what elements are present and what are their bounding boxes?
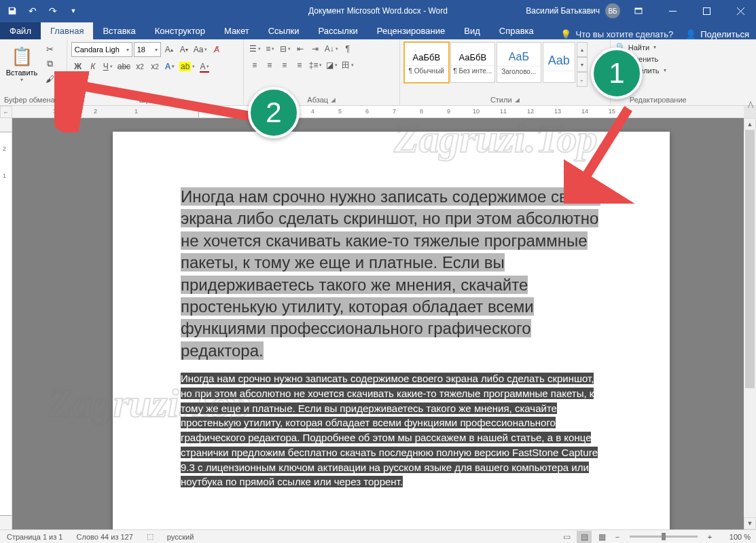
- styles-launcher[interactable]: ◢: [515, 96, 520, 103]
- svg-rect-3: [703, 7, 710, 14]
- tab-help[interactable]: Справка: [490, 22, 543, 39]
- qat-customize-button[interactable]: ▼: [64, 1, 83, 20]
- minimize-button[interactable]: [657, 0, 688, 22]
- numbering-button[interactable]: ≡: [264, 42, 277, 56]
- zoom-in-button[interactable]: +: [704, 533, 715, 541]
- user-avatar[interactable]: ВБ: [605, 3, 620, 18]
- page-status[interactable]: Страница 1 из 1: [0, 533, 69, 541]
- copy-button[interactable]: ⧉: [42, 57, 57, 71]
- ribbon-tabs: Файл Главная Вставка Конструктор Макет С…: [0, 22, 756, 39]
- share-button[interactable]: 👤 Поделиться: [685, 29, 749, 39]
- justify-button[interactable]: ≡: [293, 58, 306, 72]
- grow-font-button[interactable]: A▴: [162, 43, 176, 56]
- print-layout-button[interactable]: ▤: [577, 531, 592, 543]
- align-right-button[interactable]: ≡: [278, 58, 291, 72]
- tab-review[interactable]: Рецензирование: [367, 22, 454, 39]
- multilevel-button[interactable]: ⊟: [278, 42, 292, 56]
- shrink-font-button[interactable]: A▾: [177, 43, 191, 56]
- cut-button[interactable]: ✂: [42, 42, 57, 56]
- tab-view[interactable]: Вид: [454, 22, 490, 39]
- ruler-corner[interactable]: ⌐: [0, 106, 12, 118]
- web-layout-button[interactable]: ▦: [594, 531, 609, 543]
- zoom-level[interactable]: 100 %: [718, 533, 751, 541]
- close-button[interactable]: [725, 0, 756, 22]
- svg-rect-2: [669, 11, 677, 12]
- decrease-indent-button[interactable]: ⇤: [293, 42, 307, 56]
- sort-button[interactable]: A↓: [323, 42, 340, 56]
- tab-layout[interactable]: Макет: [215, 22, 259, 39]
- style-heading1[interactable]: АаБ Заголово...: [497, 42, 541, 83]
- paste-button[interactable]: 📋 Вставить ▾: [4, 42, 39, 87]
- style-heading2[interactable]: Ааb: [543, 42, 575, 83]
- tab-design[interactable]: Конструктор: [145, 22, 215, 39]
- tab-home[interactable]: Главная: [41, 22, 93, 39]
- line-spacing-button[interactable]: ‡≡: [308, 58, 324, 72]
- tab-insert[interactable]: Вставка: [93, 22, 145, 39]
- font-size-selector[interactable]: 18▾: [134, 42, 161, 57]
- svg-line-4: [68, 83, 265, 119]
- scroll-up-button[interactable]: ▲: [744, 118, 756, 130]
- style-no-spacing[interactable]: АаБбВ ¶ Без инте...: [450, 42, 495, 83]
- redo-button[interactable]: ↷: [43, 1, 62, 20]
- annotation-badge-2: 2: [248, 87, 300, 138]
- title-bar: ↶ ↷ ▼ Документ Microsoft Word.docx - Wor…: [0, 0, 756, 22]
- vertical-ruler[interactable]: 2 1: [0, 118, 12, 529]
- undo-button[interactable]: ↶: [23, 1, 42, 20]
- annotation-arrow-1: [564, 95, 652, 204]
- increase-indent-button[interactable]: ⇥: [308, 42, 322, 56]
- word-count-status[interactable]: Слово 44 из 127: [69, 533, 139, 541]
- scroll-thumb[interactable]: [745, 130, 755, 388]
- align-center-button[interactable]: ≡: [263, 58, 276, 72]
- maximize-button[interactable]: [691, 0, 722, 22]
- clipboard-icon: 📋: [11, 46, 33, 67]
- scroll-down-button[interactable]: ▼: [744, 517, 756, 529]
- bullets-button[interactable]: ☰: [248, 42, 262, 56]
- document-title: Документ Microsoft Word.docx - Word: [308, 6, 448, 16]
- status-bar: Страница 1 из 1 Слово 44 из 127 ⬚ русски…: [0, 529, 756, 543]
- paragraph-2[interactable]: Иногда нам срочно нужно записать содержи…: [181, 371, 602, 489]
- user-name[interactable]: Василий Батькавич: [526, 6, 600, 16]
- tell-me-search[interactable]: 💡 Что вы хотите сделать?: [560, 29, 673, 39]
- zoom-slider[interactable]: [630, 536, 698, 538]
- shading-button[interactable]: ◪: [325, 58, 339, 72]
- vertical-scrollbar[interactable]: ▲ ▼: [744, 118, 756, 529]
- font-name-selector[interactable]: Candara Ligh▾: [71, 42, 132, 57]
- collapse-ribbon-button[interactable]: ⋀: [748, 100, 753, 108]
- save-button[interactable]: [3, 1, 22, 20]
- language-status[interactable]: русский: [160, 533, 200, 541]
- align-left-button[interactable]: ≡: [248, 58, 262, 72]
- spellcheck-status[interactable]: ⬚: [140, 532, 160, 541]
- svg-line-5: [577, 109, 628, 190]
- read-mode-button[interactable]: ▭: [559, 531, 574, 543]
- lightbulb-icon: 💡: [560, 29, 571, 39]
- style-normal[interactable]: АаБбВ ¶ Обычный: [404, 42, 449, 83]
- tab-file[interactable]: Файл: [0, 22, 41, 39]
- svg-rect-1: [635, 8, 642, 10]
- annotation-badge-1: 1: [591, 48, 643, 99]
- paragraph-1[interactable]: Иногда нам срочно нужно записать содержи…: [181, 186, 602, 362]
- zoom-out-button[interactable]: −: [612, 533, 623, 541]
- paragraph-launcher[interactable]: ◢: [331, 96, 336, 103]
- clear-formatting-button[interactable]: A̸: [210, 43, 223, 56]
- borders-button[interactable]: 田: [340, 58, 355, 72]
- change-case-button[interactable]: Aa: [192, 43, 209, 56]
- tab-mailings[interactable]: Рассылки: [308, 22, 367, 39]
- show-marks-button[interactable]: ¶: [341, 42, 355, 56]
- tab-references[interactable]: Ссылки: [259, 22, 309, 39]
- styles-more-button[interactable]: ▴▾⌄: [577, 42, 588, 87]
- ribbon-display-button[interactable]: [623, 0, 654, 22]
- share-icon: 👤: [685, 29, 696, 39]
- annotation-arrow-2: [54, 71, 278, 132]
